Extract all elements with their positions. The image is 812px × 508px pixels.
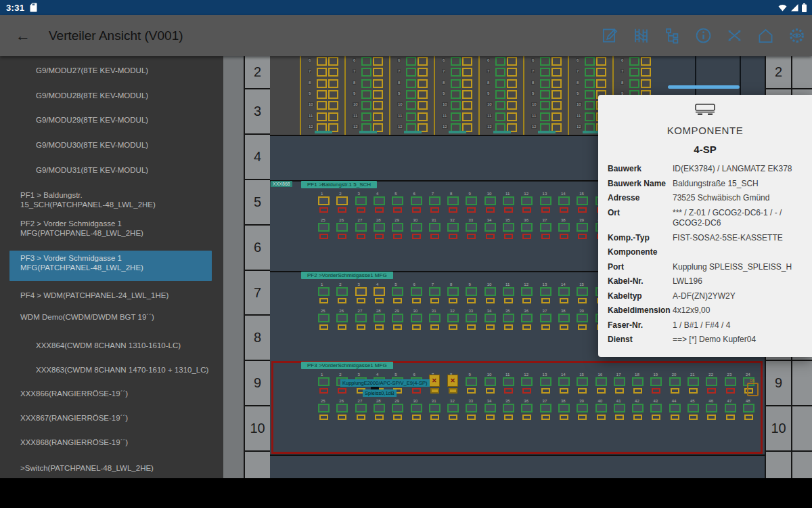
module-port-right[interactable]	[462, 112, 472, 121]
port-rect[interactable]	[486, 234, 495, 239]
port[interactable]	[577, 377, 588, 386]
port-rect[interactable]	[541, 234, 550, 239]
port-rect[interactable]	[449, 298, 457, 303]
back-button[interactable]: ←	[15, 28, 31, 44]
port[interactable]	[447, 196, 459, 205]
port[interactable]	[503, 196, 514, 205]
port[interactable]	[318, 314, 330, 322]
port-rect[interactable]	[707, 388, 716, 394]
port-rect[interactable]	[633, 388, 642, 394]
port[interactable]	[558, 377, 570, 386]
port[interactable]	[503, 314, 514, 322]
module-port-right[interactable]	[328, 112, 338, 121]
port[interactable]	[392, 314, 403, 322]
port-rect[interactable]	[504, 234, 513, 239]
port[interactable]	[355, 287, 367, 296]
module-port-left[interactable]	[585, 112, 595, 121]
port[interactable]	[392, 196, 403, 205]
module-port-left[interactable]	[406, 79, 416, 88]
port-rect[interactable]	[726, 415, 735, 420]
info-icon[interactable]	[694, 26, 713, 45]
module-port-left[interactable]	[317, 90, 327, 99]
port[interactable]	[336, 223, 348, 232]
port[interactable]	[484, 196, 496, 205]
port-rect[interactable]	[449, 234, 457, 239]
module-port-left[interactable]	[406, 112, 416, 121]
port[interactable]	[650, 377, 662, 386]
port-rect[interactable]	[486, 415, 495, 420]
port-rect[interactable]	[504, 324, 513, 330]
port-rect[interactable]	[541, 207, 550, 213]
module-port-right[interactable]	[596, 79, 606, 88]
port-rect[interactable]	[412, 298, 421, 303]
port[interactable]	[503, 223, 514, 232]
port[interactable]	[411, 404, 422, 412]
port[interactable]	[558, 404, 570, 412]
port-rect[interactable]	[357, 415, 365, 420]
port[interactable]	[725, 404, 736, 412]
module-port-right[interactable]	[641, 68, 651, 77]
port[interactable]	[447, 287, 459, 296]
module-port-right[interactable]	[462, 101, 472, 110]
module-port-left[interactable]	[361, 79, 371, 88]
module-port-right[interactable]	[462, 90, 472, 99]
module-port-right[interactable]	[418, 90, 428, 99]
sidebar-item[interactable]: >Switch(PATCHPANEL-48_LWL_2HE)	[20, 464, 154, 473]
module-port-right[interactable]	[507, 112, 517, 121]
module-port-left[interactable]	[406, 68, 416, 77]
port[interactable]	[336, 314, 348, 322]
port[interactable]	[503, 287, 514, 296]
port[interactable]	[595, 404, 607, 412]
port-rect[interactable]	[449, 388, 457, 394]
module-port-right[interactable]	[373, 101, 383, 110]
edit-icon[interactable]	[600, 26, 620, 45]
port-rect[interactable]	[726, 388, 735, 394]
port[interactable]	[577, 314, 588, 322]
port-rect[interactable]	[578, 388, 587, 394]
port[interactable]	[632, 404, 644, 412]
port-rect[interactable]	[541, 298, 550, 303]
module-port-right[interactable]	[507, 101, 517, 110]
module-port-right[interactable]	[551, 90, 562, 99]
module-port-right[interactable]	[418, 57, 428, 66]
port-rect[interactable]	[375, 415, 384, 420]
port[interactable]	[429, 314, 441, 322]
module-port-left[interactable]	[540, 112, 550, 121]
module-port-right[interactable]	[507, 79, 517, 88]
module-port-left[interactable]	[540, 79, 550, 88]
module-port-left[interactable]	[451, 79, 461, 88]
port[interactable]	[336, 287, 348, 296]
module-port-left[interactable]	[495, 90, 505, 99]
port[interactable]	[355, 314, 367, 322]
port-rect[interactable]	[338, 298, 346, 303]
module-port-right[interactable]	[328, 101, 338, 110]
port-rect[interactable]	[578, 324, 587, 330]
sidebar-item[interactable]: XXX866(RANGIERRÖSE-19´´)	[20, 389, 128, 399]
port[interactable]	[503, 404, 514, 412]
module-port-left[interactable]	[406, 90, 416, 99]
port[interactable]	[355, 196, 367, 205]
port[interactable]	[411, 314, 422, 322]
module-port-right[interactable]	[551, 68, 562, 77]
port-rect[interactable]	[357, 234, 365, 239]
module-port-left[interactable]	[540, 90, 550, 99]
module-port-right[interactable]	[328, 90, 338, 99]
port[interactable]	[411, 287, 422, 296]
port[interactable]	[669, 377, 681, 386]
sidebar-item[interactable]: PF4 > WDM(PATCHPANEL-24_LWL_1HE)	[20, 291, 168, 301]
port-rect[interactable]	[707, 415, 716, 420]
module-port-left[interactable]	[629, 57, 639, 66]
module-port-left[interactable]	[451, 68, 461, 77]
port-rect[interactable]	[375, 324, 384, 330]
module-port-left[interactable]	[585, 90, 595, 99]
port-rect[interactable]	[375, 234, 384, 239]
port-rect[interactable]	[560, 324, 568, 330]
port-rect[interactable]	[652, 415, 660, 420]
module-port-left[interactable]	[361, 112, 371, 121]
module-port-right[interactable]	[641, 57, 651, 66]
port-rect[interactable]	[393, 298, 402, 303]
port[interactable]	[466, 223, 477, 232]
home-icon[interactable]	[756, 26, 775, 45]
port[interactable]	[669, 404, 681, 412]
module-port-left[interactable]	[540, 57, 550, 66]
